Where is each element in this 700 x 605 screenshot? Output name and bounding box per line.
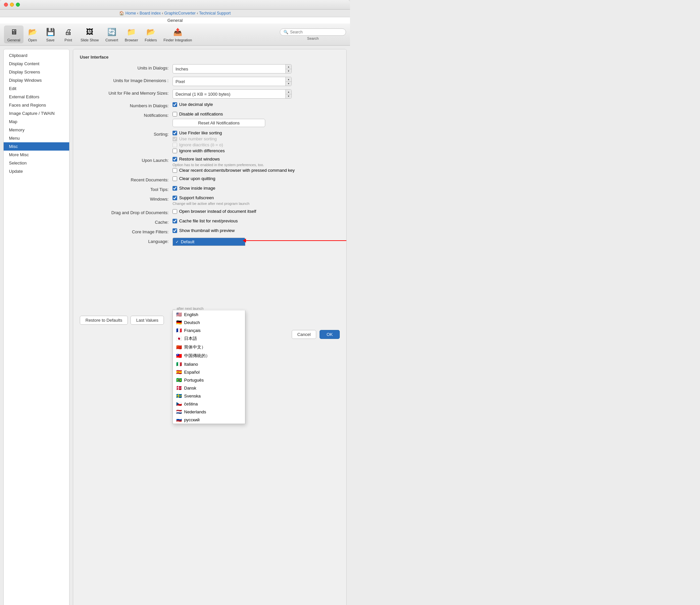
lang-option-svenska[interactable]: 🇸🇪 Svenska — [173, 392, 245, 400]
open-browser-row[interactable]: Open browser instead of document itself — [173, 209, 340, 214]
units-memory-stepper[interactable]: ▲ ▼ — [285, 90, 292, 98]
sidebar-item-menu[interactable]: Menu — [4, 134, 69, 142]
minimize-button[interactable] — [10, 3, 14, 7]
number-sorting-row[interactable]: Use number sorting — [173, 136, 340, 141]
lang-option-cestina[interactable]: 🇨🇿 čeština — [173, 400, 245, 408]
sidebar-item-display-windows[interactable]: Display Windows — [4, 76, 69, 84]
open-browser-checkbox[interactable] — [173, 209, 177, 214]
units-dimensions-up[interactable]: ▲ — [286, 77, 292, 82]
clear-quitting-checkbox[interactable] — [173, 177, 177, 181]
chinese-traditional-flag: 🇹🇼 — [176, 353, 182, 359]
toolbar-general[interactable]: 🖥 General — [4, 25, 24, 43]
lang-option-japanese[interactable]: 🇯🇵 日本語 — [173, 334, 245, 343]
finder-sorting-checkbox[interactable] — [173, 131, 177, 135]
sidebar-item-memory[interactable]: Memory — [4, 126, 69, 134]
lang-option-chinese-simplified[interactable]: 🇨🇳 简体中文） — [173, 343, 245, 351]
breadcrumb-section[interactable]: Technical Support — [199, 11, 230, 16]
lang-option-espanol[interactable]: 🇪🇸 Español — [173, 368, 245, 376]
sidebar-item-image-capture[interactable]: Image Capture / TWAIN — [4, 109, 69, 117]
lang-option-english[interactable]: 🇺🇸 English — [173, 311, 245, 318]
search-box[interactable]: 🔍 — [280, 28, 346, 36]
ignore-diacritics-row[interactable]: Ignore diacritics (ö = o) — [173, 142, 340, 147]
use-decimal-style-row[interactable]: Use decimal style — [173, 102, 340, 107]
sidebar-item-more-misc[interactable]: More Misc — [4, 151, 69, 159]
upon-launch-label: Upon Launch: — [80, 157, 173, 163]
breadcrumb-app[interactable]: GraphicConverter — [164, 11, 196, 16]
sidebar-item-edit[interactable]: Edit — [4, 84, 69, 93]
title-bar — [0, 0, 350, 9]
toolbar-save[interactable]: 💾 Save — [42, 25, 59, 43]
maximize-button[interactable] — [16, 3, 20, 7]
units-dialogs-select[interactable]: Inches Centimeters Pixels — [173, 65, 285, 73]
sidebar-item-clipboard[interactable]: Clipboard — [4, 51, 69, 59]
show-inside-image-row[interactable]: Show inside image — [173, 186, 340, 191]
finder-sorting-row[interactable]: Use Finder like sorting — [173, 130, 340, 135]
support-fullscreen-checkbox[interactable] — [173, 195, 177, 200]
toolbar-convert[interactable]: 🔄 Convert — [102, 25, 122, 43]
lang-option-chinese-traditional[interactable]: 🇹🇼 中国傳統的） — [173, 351, 245, 360]
units-dimensions-down[interactable]: ▼ — [286, 82, 292, 86]
units-dialogs-up[interactable]: ▲ — [286, 64, 292, 69]
search-input[interactable] — [290, 30, 342, 34]
sidebar-item-display-content[interactable]: Display Content — [4, 59, 69, 68]
sidebar-item-misc[interactable]: Misc — [4, 142, 69, 151]
lang-option-nederlands[interactable]: 🇳🇱 Nederlands — [173, 408, 245, 416]
lang-option-francais[interactable]: 🇫🇷 Français — [173, 326, 245, 334]
units-memory-up[interactable]: ▲ — [286, 90, 292, 94]
sidebar-item-update[interactable]: Update — [4, 167, 69, 176]
number-sorting-checkbox[interactable] — [173, 137, 177, 141]
disable-notifications-checkbox[interactable] — [173, 112, 177, 116]
show-thumbnail-checkbox[interactable] — [173, 228, 177, 233]
sidebar-item-faces-regions[interactable]: Faces and Regions — [4, 101, 69, 109]
units-dialogs-stepper[interactable]: ▲ ▼ — [285, 64, 292, 73]
recent-docs-label: Recent Documents: — [80, 176, 173, 182]
lang-option-dansk[interactable]: 🇩🇰 Dansk — [173, 384, 245, 392]
toolbar-browser[interactable]: 📁 Browser — [122, 25, 142, 43]
lang-option-russian[interactable]: 🇷🇺 русский — [173, 416, 245, 424]
units-memory-down[interactable]: ▼ — [286, 94, 292, 99]
units-dimensions-select-wrapper[interactable]: Pixel Inches Centimeters ▲ ▼ — [173, 77, 292, 86]
toolbar-finder[interactable]: 📤 Finder Integration — [160, 25, 195, 43]
sidebar-item-display-screens[interactable]: Display Screens — [4, 68, 69, 76]
lang-option-deutsch[interactable]: 🇩🇪 Deutsch — [173, 318, 245, 326]
restore-last-windows-checkbox[interactable] — [173, 157, 177, 161]
cache-file-list-checkbox[interactable] — [173, 219, 177, 223]
show-inside-image-checkbox[interactable] — [173, 186, 177, 191]
restore-last-windows-row[interactable]: Restore last windows — [173, 157, 340, 161]
sidebar-item-external-editors[interactable]: External Editors — [4, 93, 69, 101]
units-dialogs-down[interactable]: ▼ — [286, 69, 292, 74]
sidebar-item-map[interactable]: Map — [4, 117, 69, 126]
clear-quitting-row[interactable]: Clear upon quitting — [173, 176, 340, 181]
restore-defaults-button[interactable]: Restore to Defaults — [80, 316, 128, 325]
disable-notifications-row[interactable]: Disable all notifications — [173, 111, 340, 116]
support-fullscreen-row[interactable]: Support fullscreen — [173, 195, 340, 200]
toolbar-folders[interactable]: 📂 Folders — [142, 25, 160, 43]
last-values-button[interactable]: Last Values — [130, 316, 164, 325]
close-button[interactable] — [4, 3, 8, 7]
sidebar-item-selection[interactable]: Selection — [4, 159, 69, 167]
toolbar-open[interactable]: 📂 Open — [24, 25, 42, 43]
use-decimal-style-checkbox[interactable] — [173, 102, 177, 107]
units-dialogs-select-wrapper[interactable]: Inches Centimeters Pixels ▲ ▼ — [173, 64, 292, 74]
breadcrumb-home[interactable]: Home — [125, 11, 136, 16]
toolbar-print[interactable]: 🖨 Print — [59, 25, 77, 43]
units-memory-select[interactable]: Decimal (1 KB = 1000 bytes) Binary (1 KB… — [173, 91, 285, 98]
toolbar-slideshow[interactable]: 🖼 Slide Show — [77, 25, 102, 43]
ignore-width-checkbox[interactable] — [173, 149, 177, 153]
lang-option-portugues[interactable]: 🇧🇷 Português — [173, 376, 245, 384]
units-dimensions-stepper[interactable]: ▲ ▼ — [285, 77, 292, 86]
cache-file-list-row[interactable]: Cache file list for next/previous — [173, 218, 340, 223]
breadcrumb-board[interactable]: Board index — [140, 11, 160, 16]
reset-notifications-button[interactable]: Reset All Notifications — [173, 119, 265, 127]
lang-option-italiano[interactable]: 🇮🇹 Italiano — [173, 360, 245, 368]
cancel-button[interactable]: Cancel — [292, 330, 316, 339]
clear-recent-docs-row[interactable]: Clear recent documents/browser with pres… — [173, 168, 340, 173]
ignore-width-row[interactable]: Ignore width differences — [173, 148, 340, 153]
units-dimensions-select[interactable]: Pixel Inches Centimeters — [173, 78, 285, 85]
ok-button[interactable]: OK — [320, 330, 340, 339]
units-memory-select-wrapper[interactable]: Decimal (1 KB = 1000 bytes) Binary (1 KB… — [173, 89, 292, 99]
language-dropdown-selected[interactable]: ✓ Default — [173, 238, 245, 246]
show-thumbnail-row[interactable]: Show thumbnail with preview — [173, 228, 340, 233]
ignore-diacritics-checkbox[interactable] — [173, 143, 177, 147]
clear-recent-docs-checkbox[interactable] — [173, 168, 177, 173]
